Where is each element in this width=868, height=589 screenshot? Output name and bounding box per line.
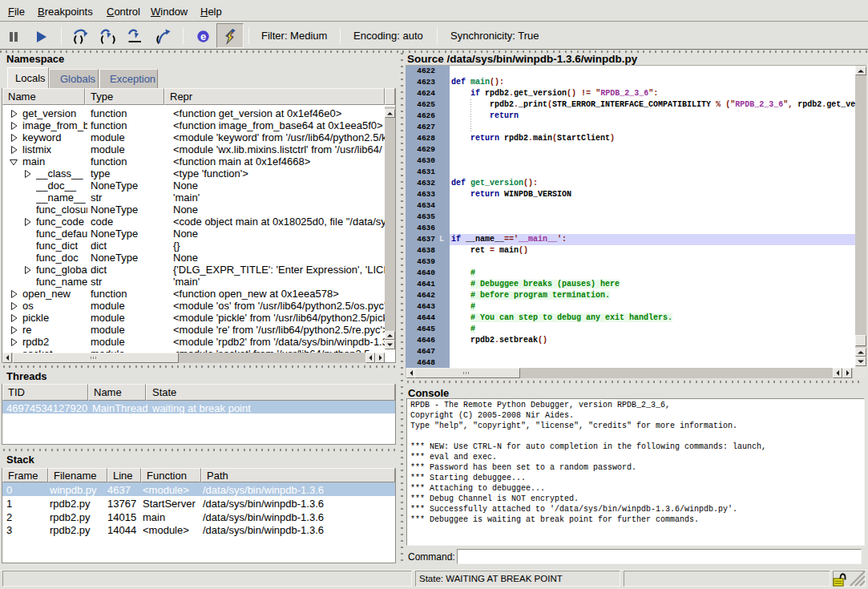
svg-text:e: e bbox=[200, 30, 206, 42]
